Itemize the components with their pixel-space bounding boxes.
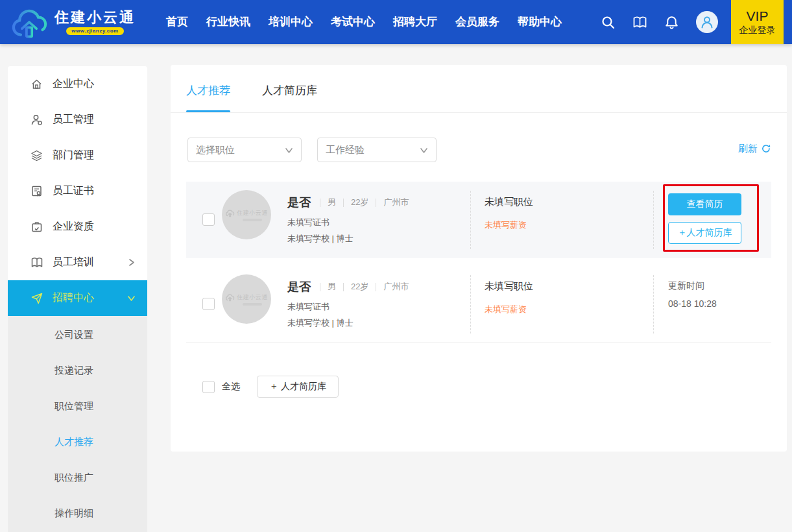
layers-icon — [30, 149, 43, 162]
candidate-name: 是否 — [287, 195, 311, 210]
dotted-divider — [470, 275, 471, 333]
candidate-gender: 男 — [328, 197, 336, 208]
candidate-checkbox[interactable] — [202, 298, 215, 310]
sidebar-item-label: 员工证书 — [53, 184, 94, 198]
top-navbar: 住建小云通 www.zjianzy.com 首页 行业快讯 培训中心 考试中心 … — [0, 0, 792, 44]
position-filter-select[interactable]: 选择职位 — [187, 138, 302, 162]
watermark-cloud-icon — [225, 293, 235, 302]
sidebar-item-label: 招聘中心 — [53, 291, 94, 305]
sidebar-item-employee-certificates[interactable]: 员工证书 — [8, 173, 147, 209]
search-icon[interactable] — [601, 15, 616, 30]
candidate-avatar: 住建小云通 — [222, 274, 271, 324]
refresh-icon — [762, 144, 771, 154]
brand-url-badge: www.zjianzy.com — [66, 27, 123, 35]
watermark-bar — [243, 303, 262, 306]
submenu-item-delivery-records[interactable]: 投递记录 — [8, 353, 147, 389]
candidate-age: 22岁 — [351, 281, 368, 293]
active-tab-underline — [186, 110, 230, 112]
sidebar-item-enterprise-qualifications[interactable]: 企业资质 — [8, 209, 147, 245]
candidate-position: 未填写职位 — [485, 196, 533, 208]
submenu-item-operation-details[interactable]: 操作明细 — [8, 496, 147, 531]
candidate-gender: 男 — [328, 281, 336, 293]
candidate-certificate: 未填写证书 — [287, 301, 330, 313]
sidebar-item-label: 员工管理 — [53, 113, 94, 127]
sidebar-item-employee-training[interactable]: 员工培训 — [8, 245, 147, 280]
sidebar-item-recruitment-center[interactable]: 招聘中心 — [8, 280, 147, 316]
submenu-item-position-management[interactable]: 职位管理 — [8, 389, 147, 424]
candidate-name: 是否 — [287, 279, 311, 295]
update-time-value: 08-18 10:28 — [668, 298, 717, 309]
refresh-label: 刷新 — [738, 143, 758, 155]
vip-login-button[interactable]: VIP 企业登录 — [731, 0, 784, 44]
candidate-checkbox[interactable] — [202, 213, 215, 226]
position-filter-value: 选择职位 — [196, 144, 235, 156]
candidate-avatar: 住建小云通 — [222, 190, 271, 239]
menu-item-exam-center[interactable]: 考试中心 — [322, 0, 384, 44]
add-to-resume-library-button[interactable]: ＋人才简历库 — [668, 222, 741, 244]
brand-name: 住建小云通 — [54, 10, 136, 25]
chevron-down-icon — [420, 146, 428, 154]
avatar-watermark: 住建小云通 — [237, 209, 268, 217]
candidate-city: 广州市 — [383, 197, 409, 208]
list-footer-actions: 全选 ＋ 人才简历库 — [186, 375, 339, 398]
sidebar-item-label: 企业资质 — [53, 220, 94, 234]
sidebar-submenu: 公司设置 投递记录 职位管理 人才推荐 职位推广 操作明细 — [8, 316, 147, 532]
person-icon — [700, 15, 714, 29]
candidate-city: 广州市 — [383, 281, 409, 293]
watermark-bar — [243, 219, 262, 221]
candidate-row: 住建小云通 是否 男 22岁 广州市 未填写证书 未填写学校 | 博士 未填写职… — [186, 266, 771, 343]
candidate-education: 未填写学校 | 博士 — [287, 317, 354, 329]
main-menu: 首页 行业快讯 培训中心 考试中心 招聘大厅 会员服务 帮助中心 — [157, 0, 571, 44]
sidebar: 企业中心 员工管理 部门管理 员工证书 企业资质 员工培训 招聘中心 — [8, 66, 147, 532]
candidate-education: 未填写学校 | 博士 — [287, 233, 354, 245]
candidate-age: 22岁 — [351, 197, 368, 208]
sidebar-item-employee-management[interactable]: 员工管理 — [8, 102, 147, 138]
certificate-icon — [30, 185, 43, 197]
candidate-row: 住建小云通 是否 男 22岁 广州市 未填写证书 未填写学校 | 博士 未填写职… — [186, 182, 771, 258]
menu-item-member-services[interactable]: 会员服务 — [446, 0, 509, 44]
vip-label: VIP — [747, 8, 769, 24]
user-gear-icon — [30, 114, 43, 126]
submenu-item-talent-recommendation[interactable]: 人才推荐 — [8, 424, 147, 460]
tab-talent-recommendation[interactable]: 人才推荐 — [186, 83, 230, 98]
avatar-watermark: 住建小云通 — [237, 293, 268, 302]
bell-icon[interactable] — [664, 15, 679, 30]
menu-item-home[interactable]: 首页 — [157, 0, 197, 44]
dotted-divider — [470, 191, 471, 249]
submenu-item-position-promotion[interactable]: 职位推广 — [8, 460, 147, 496]
candidate-certificate: 未填写证书 — [287, 217, 330, 228]
add-to-resume-library-button[interactable]: ＋ 人才简历库 — [257, 376, 339, 398]
candidate-salary: 未填写薪资 — [485, 219, 527, 231]
menu-item-job-hall[interactable]: 招聘大厅 — [384, 0, 446, 44]
watermark-cloud-icon — [225, 209, 235, 217]
chevron-down-icon — [127, 294, 136, 302]
enterprise-login-label: 企业登录 — [739, 24, 776, 36]
brand[interactable]: 住建小云通 www.zjianzy.com — [0, 5, 150, 40]
user-avatar[interactable] — [696, 11, 718, 33]
submenu-item-company-settings[interactable]: 公司设置 — [8, 317, 147, 353]
menu-item-help-center[interactable]: 帮助中心 — [509, 0, 571, 44]
menu-item-training-center[interactable]: 培训中心 — [259, 0, 322, 44]
book-icon — [30, 256, 43, 269]
home-icon — [30, 78, 43, 90]
candidate-salary: 未填写薪资 — [485, 304, 527, 315]
view-resume-button[interactable]: 查看简历 — [668, 193, 741, 215]
sidebar-item-department-management[interactable]: 部门管理 — [8, 138, 147, 173]
experience-filter-select[interactable]: 工作经验 — [317, 138, 437, 162]
select-all-label: 全选 — [222, 381, 240, 393]
select-all-checkbox[interactable] — [202, 381, 215, 393]
book-icon[interactable] — [632, 15, 647, 30]
sidebar-item-enterprise-center[interactable]: 企业中心 — [8, 66, 147, 102]
brand-cloud-logo-icon — [9, 5, 49, 40]
page: 住建小云通 www.zjianzy.com 首页 行业快讯 培训中心 考试中心 … — [0, 0, 792, 532]
update-time-label: 更新时间 — [668, 280, 704, 292]
refresh-button[interactable]: 刷新 — [738, 143, 771, 155]
menu-item-industry-news[interactable]: 行业快讯 — [197, 0, 259, 44]
content-panel: 人才推荐 人才简历库 选择职位 工作经验 刷新 住建小云通 — [171, 65, 787, 452]
chevron-right-icon — [127, 258, 136, 267]
experience-filter-value: 工作经验 — [326, 144, 365, 156]
dotted-divider — [653, 275, 654, 333]
stamp-icon — [30, 221, 43, 233]
chevron-down-icon — [285, 146, 293, 154]
tab-talent-resume-library[interactable]: 人才简历库 — [262, 83, 317, 98]
